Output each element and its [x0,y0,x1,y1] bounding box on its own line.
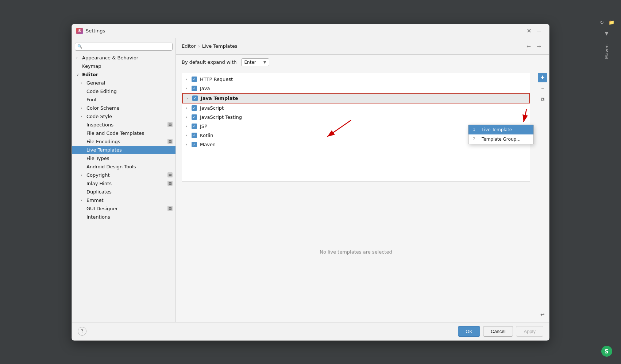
sidebar-item-inlay-hints[interactable]: Inlay Hints ▤ [72,179,176,188]
sidebar-item-editor[interactable]: ∨ Editor [72,70,176,79]
minimize-button[interactable]: — [533,28,545,34]
ok-button[interactable]: OK [458,326,480,337]
forward-button[interactable]: → [535,42,543,51]
chevron-icon: › [76,56,82,60]
right-panel: ↻ 📁 ▼ Maven S [592,0,621,364]
checkbox-maven[interactable] [192,142,197,147]
sidebar-item-label: File Encodings [86,139,166,144]
badge-icon: ▤ [167,181,173,186]
no-templates-message: No live templates are selected [179,185,533,319]
sidebar-item-general[interactable]: › General [72,79,176,87]
sidebar-item-label: Keymap [82,63,173,69]
sidebar-item-label: General [86,80,173,86]
badge-icon: ▤ [167,172,173,177]
sidebar-item-label: Intentions [86,214,173,220]
chevron-icon: › [186,142,192,146]
sidebar-item-file-code-templates[interactable]: File and Code Templates [72,129,176,137]
badge-icon: ▤ [167,206,173,211]
badge-icon: ▤ [167,139,173,144]
dropdown-item-label: Live Template [482,127,512,132]
sidebar-item-label: Inspections [86,122,166,128]
sidebar-item-copyright[interactable]: › Copyright ▤ [72,171,176,179]
sidebar-item-label: File and Code Templates [86,130,173,136]
sidebar-item-file-types[interactable]: File Types [72,154,176,163]
sidebar-item-duplicates[interactable]: Duplicates [72,188,176,196]
item-number: 1 [473,127,479,132]
expand-dropdown[interactable]: Enter ▼ [241,58,270,66]
settings-window: S Settings ✕ — 🔍 › Appearance & Behavior… [72,24,549,341]
undo-button[interactable]: ↩ [538,310,547,319]
checkbox-java[interactable] [192,86,197,91]
expand-value: Enter [244,60,256,65]
title-bar: S Settings ✕ — [72,24,549,38]
chevron-icon: › [81,114,86,118]
sidebar-item-label: Copyright [86,172,166,178]
template-list-container: › HTTP Request › Java [176,70,536,322]
sidebar-item-color-scheme[interactable]: › Color Scheme [72,104,176,112]
sidebar-item-label: Editor [82,72,173,77]
dropdown-arrow-icon: ▼ [263,60,266,64]
chevron-icon: › [186,133,192,137]
template-name: Java Template [201,95,238,101]
chevron-icon: ∨ [76,73,82,77]
chevron-icon: › [186,86,192,90]
nav-arrows: ← → [524,42,543,51]
badge-icon: ▤ [167,122,173,127]
sidebar-item-label: Color Scheme [86,105,173,111]
dropdown-template-group[interactable]: 2 Template Group... [468,134,533,144]
copy-button[interactable]: ⧉ [538,95,547,104]
add-button[interactable]: + [538,73,547,82]
action-column: + − ⧉ ↩ [536,70,549,322]
template-item-java-template[interactable]: › Java Template [182,93,530,103]
sidebar-item-label: Emmet [86,197,173,203]
sidebar-item-font[interactable]: Font [72,95,176,104]
sidebar-item-keymap[interactable]: Keymap [72,62,176,70]
refresh-icon[interactable]: ↻ [598,18,606,26]
bottom-bar: ? OK Cancel Apply [72,322,549,340]
sidebar-item-code-editing[interactable]: Code Editing [72,87,176,95]
main-content: Editor › Live Templates ← → By default e… [176,38,549,322]
panel-action-icon[interactable]: 📁 [608,18,616,26]
app-icon: S [76,28,83,34]
sidebar-item-intentions[interactable]: Intentions [72,213,176,221]
sidebar-item-gui-designer[interactable]: GUI Designer ▤ [72,204,176,213]
sidebar-item-appearance[interactable]: › Appearance & Behavior [72,54,176,62]
dropdown-item-label: Template Group... [482,137,521,142]
settings-toolbar: By default expand with Enter ▼ [176,55,549,70]
chevron-icon: › [186,115,192,119]
back-button[interactable]: ← [524,42,533,51]
checkbox-javascript-testing[interactable] [192,114,197,120]
breadcrumb: Editor › Live Templates [182,43,524,49]
sidebar-item-label: Appearance & Behavior [82,55,173,60]
apply-button[interactable]: Apply [516,326,543,337]
checkbox-http-request[interactable] [192,77,197,82]
help-button[interactable]: ? [78,327,86,336]
template-item-java[interactable]: › Java [182,84,530,93]
checkbox-jsp[interactable] [192,124,197,129]
settings-content-area: › HTTP Request › Java [176,70,549,322]
template-item-http-request[interactable]: › HTTP Request [182,75,530,84]
checkbox-javascript[interactable] [192,105,197,111]
remove-button[interactable]: − [538,84,547,93]
sidebar-item-inspections[interactable]: Inspections ▤ [72,121,176,129]
chevron-icon: › [186,96,192,100]
close-button[interactable]: ✕ [525,27,533,35]
search-input[interactable] [84,44,170,49]
template-item-javascript[interactable]: › JavaScript [182,103,530,113]
search-box[interactable]: 🔍 [75,43,173,51]
sidebar-item-android-design-tools[interactable]: Android Design Tools [72,163,176,171]
checkbox-java-template[interactable] [192,95,198,101]
sidebar-item-label: Android Design Tools [86,164,173,169]
sidebar-item-code-style[interactable]: › Code Style [72,112,176,121]
checkbox-kotlin[interactable] [192,133,197,138]
window-body: 🔍 › Appearance & Behavior Keymap ∨ Edito… [72,38,549,322]
sidebar-item-live-templates[interactable]: Live Templates [72,146,176,154]
sidebar-item-emmet[interactable]: › Emmet [72,196,176,204]
dropdown-live-template[interactable]: 1 Live Template [468,125,533,134]
dropdown-icon[interactable]: ▼ [603,29,611,37]
sidebar-item-label: Code Style [86,114,173,119]
sidebar-item-file-encodings[interactable]: File Encodings ▤ [72,137,176,146]
cancel-button[interactable]: Cancel [483,326,513,337]
chevron-icon: › [81,106,86,110]
template-item-javascript-testing[interactable]: › JavaScript Testing [182,113,530,122]
